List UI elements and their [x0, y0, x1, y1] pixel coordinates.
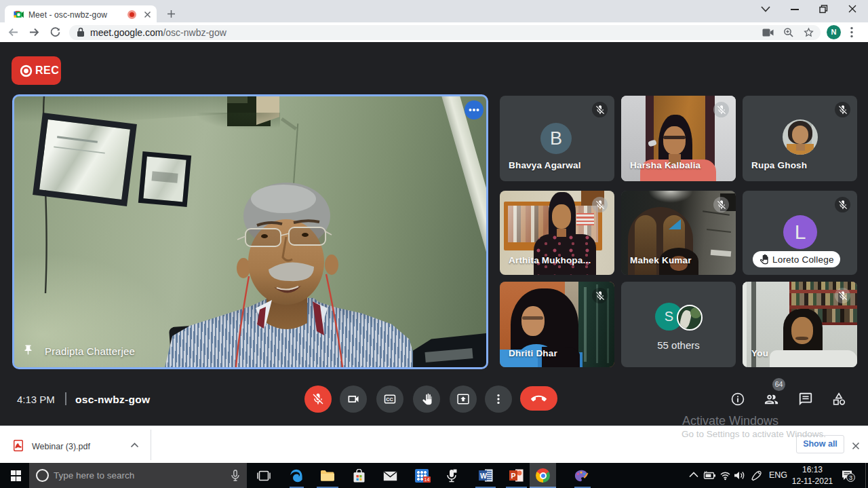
svg-text:W: W — [480, 472, 487, 480]
svg-text:CC: CC — [386, 396, 393, 402]
svg-text:P: P — [511, 472, 516, 480]
